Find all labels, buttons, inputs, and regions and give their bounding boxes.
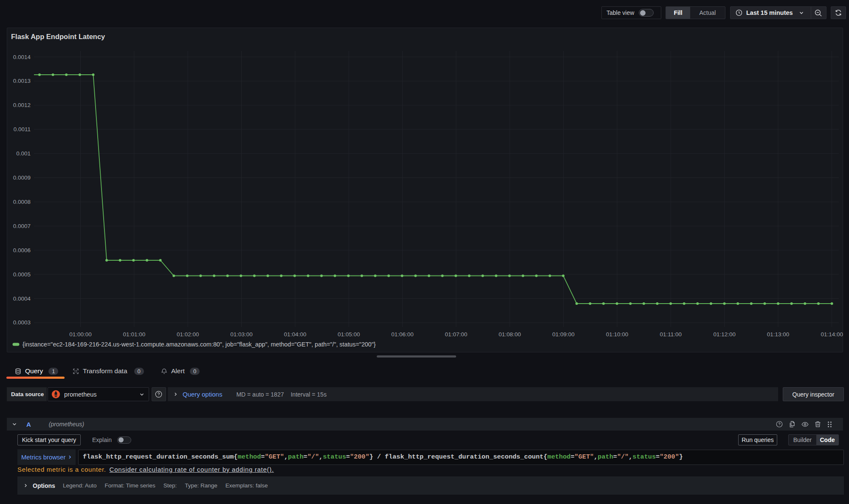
svg-text:01:01:00: 01:01:00 — [123, 331, 146, 338]
svg-text:0.0013: 0.0013 — [13, 78, 31, 84]
svg-text:0.0012: 0.0012 — [13, 102, 31, 108]
svg-text:0.0005: 0.0005 — [13, 271, 31, 278]
svg-text:0.0014: 0.0014 — [13, 54, 31, 60]
svg-text:01:13:00: 01:13:00 — [767, 331, 790, 338]
svg-text:01:07:00: 01:07:00 — [445, 331, 468, 338]
svg-text:01:09:00: 01:09:00 — [552, 331, 575, 338]
svg-text:01:11:00: 01:11:00 — [660, 331, 682, 338]
svg-text:01:05:00: 01:05:00 — [338, 331, 360, 338]
svg-text:01:00:00: 01:00:00 — [69, 331, 92, 338]
svg-text:01:03:00: 01:03:00 — [230, 331, 253, 338]
svg-text:0.0011: 0.0011 — [14, 126, 31, 132]
svg-text:0.0007: 0.0007 — [13, 223, 31, 229]
svg-text:0.0009: 0.0009 — [13, 175, 31, 181]
svg-text:01:14:00: 01:14:00 — [821, 331, 843, 338]
svg-text:01:04:00: 01:04:00 — [284, 331, 307, 338]
svg-text:01:12:00: 01:12:00 — [713, 331, 736, 338]
svg-text:0.0003: 0.0003 — [13, 319, 31, 326]
svg-text:0.0006: 0.0006 — [13, 247, 31, 253]
svg-text:01:08:00: 01:08:00 — [499, 331, 521, 338]
svg-text:01:10:00: 01:10:00 — [606, 331, 629, 338]
svg-text:0.0008: 0.0008 — [13, 199, 31, 205]
svg-text:0.001: 0.001 — [16, 150, 31, 157]
svg-text:0.0004: 0.0004 — [13, 296, 31, 302]
svg-text:01:06:00: 01:06:00 — [391, 331, 414, 338]
svg-text:01:02:00: 01:02:00 — [177, 331, 199, 338]
